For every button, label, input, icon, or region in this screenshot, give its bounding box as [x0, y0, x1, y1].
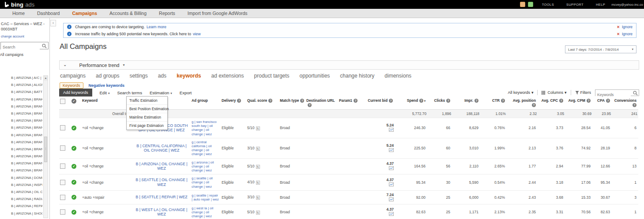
tab-item[interactable]: dimensions: [384, 73, 411, 79]
current-bid-value[interactable]: 4.37: [364, 161, 394, 166]
ad-group-link[interactable]: g | san francisco south bay | oil change…: [192, 120, 220, 136]
edit-menu-button[interactable]: Edit▾: [100, 90, 110, 95]
nav-item[interactable]: Dashboard: [37, 11, 60, 16]
help-icon[interactable]: ?: [446, 99, 450, 103]
search-icon[interactable]: [42, 44, 47, 48]
subtab-negative-keywords[interactable]: Negative keywords: [89, 83, 125, 88]
header-destination-url[interactable]: Destination URL?: [305, 97, 338, 110]
tab-item[interactable]: ad extensions: [211, 73, 244, 79]
date-range-selector[interactable]: Last 7 days: 7/2/2014 - 7/8/2014 ▾: [565, 45, 636, 53]
nav-item[interactable]: Import from Google AdWords: [188, 11, 248, 16]
sidebar-campaign-item[interactable]: B | ARIZONA | BRANDED |...: [0, 132, 42, 139]
sidebar-campaign-item[interactable]: B | ARIZONA | BATTERY | ...: [0, 89, 42, 96]
tab-item[interactable]: ad groups: [96, 73, 119, 79]
close-icon[interactable]: ✕: [617, 32, 620, 36]
sidebar-campaign-item[interactable]: B | ARIZONA | INSPECTIO...: [0, 182, 42, 189]
help-icon[interactable]: ?: [532, 103, 536, 107]
scroll-up-icon[interactable]: ▲: [44, 76, 48, 81]
tab-item[interactable]: campaigns: [60, 73, 86, 79]
campaign-link[interactable]: B | CENTRAL CALIFORNIA | OIL CHANGE | WE…: [133, 144, 190, 153]
help-icon[interactable]: ?: [501, 99, 505, 103]
support-link[interactable]: SUPPORT: [566, 3, 584, 7]
estimation-menu-item[interactable]: Best Position Estimation: [127, 105, 167, 113]
header-impressions[interactable]: Impr.?: [452, 97, 480, 110]
row-checkbox[interactable]: [60, 163, 65, 169]
sidebar-campaign-item[interactable]: B | ARIZONA | BRANDED ...: [0, 117, 42, 124]
sidebar-campaign-item[interactable]: B | ARIZONA | OIL CHANG...: [0, 189, 42, 196]
sidebar-campaign-item[interactable]: B | ARIZONA | TUNE UP | ...: [0, 217, 42, 219]
close-icon[interactable]: ✕: [617, 25, 620, 29]
extension-icon-orange[interactable]: [520, 2, 525, 7]
row-checkbox[interactable]: [60, 209, 65, 215]
header-cpa[interactable]: CPA?: [592, 97, 612, 110]
ad-group-link[interactable]: g | west la | oil change | oil change | …: [192, 206, 220, 219]
ad-group-link[interactable]: g | arizona | oil change | oil change | …: [192, 160, 220, 173]
subtab-keywords[interactable]: Keywords: [60, 82, 83, 89]
sidebar-campaign-item[interactable]: B | ARIZONA | DOMINATE ...: [0, 174, 42, 182]
ignore-link[interactable]: Ignore: [622, 32, 633, 36]
row-checkbox[interactable]: [60, 145, 65, 151]
bid-history-chart-icon[interactable]: [389, 212, 394, 216]
ad-group-link[interactable]: g | seattle | oil change | oil change | …: [192, 176, 220, 189]
collapse-chevron-icon[interactable]: ⌄: [63, 62, 67, 67]
campaign-link[interactable]: B | WEST LA | OIL CHANGE | WEZ: [133, 208, 190, 217]
row-checkbox[interactable]: [60, 180, 65, 185]
status-header-icon[interactable]: ✓: [72, 99, 76, 104]
banner-link[interactable]: Learn more: [147, 25, 166, 29]
current-bid-value[interactable]: 4.37: [364, 178, 394, 182]
current-bid-value[interactable]: 7.24: [364, 193, 394, 197]
qual-score-detail-icon[interactable]: ⇅: [256, 211, 260, 215]
help-icon[interactable]: ?: [606, 99, 610, 103]
sidebar-campaign-item[interactable]: B | ARIZONA | BRANDED ...: [0, 167, 42, 174]
help-icon[interactable]: ?: [308, 103, 312, 107]
qual-score-detail-icon[interactable]: ⇅: [256, 181, 260, 185]
user-email[interactable]: mcvey@yahoo-inc.co: [611, 3, 644, 7]
tab-item[interactable]: keywords: [177, 73, 201, 79]
header-param1[interactable]: Param1?: [338, 97, 363, 110]
header-spend[interactable]: Spend?▾: [395, 97, 427, 110]
header-avg-cpm[interactable]: Avg. CPM?: [565, 97, 592, 110]
header-conversions[interactable]: Conversions?: [612, 97, 638, 110]
all-keywords-filter[interactable]: All keywords▾: [508, 90, 533, 95]
tab-item[interactable]: ads: [158, 73, 166, 79]
header-ctr[interactable]: CTR?: [480, 97, 507, 110]
header-clicks[interactable]: Clicks?: [427, 97, 452, 110]
help-icon[interactable]: ?: [237, 99, 241, 103]
header-qual-score[interactable]: Qual. score?: [246, 97, 279, 110]
tab-item[interactable]: product targets: [254, 73, 290, 79]
row-checkbox[interactable]: [60, 125, 65, 130]
add-keywords-button[interactable]: Add keywords: [59, 89, 92, 97]
bid-history-chart-icon[interactable]: [389, 182, 394, 186]
current-bid-value[interactable]: 5.24: [364, 123, 394, 127]
tab-item[interactable]: change history: [340, 73, 374, 79]
help-link[interactable]: HELP: [596, 3, 605, 7]
qual-score-detail-icon[interactable]: ⇅: [256, 147, 260, 151]
qual-score-detail-icon[interactable]: ⇅: [256, 196, 260, 200]
current-bid-value[interactable]: 4.37: [364, 207, 394, 212]
sidebar-campaign-item[interactable]: B | ARIZONA | BRANDED ...: [0, 124, 42, 131]
header-current-bid[interactable]: Current bid?: [363, 97, 395, 110]
bingads-logo[interactable]: bing ads: [4, 1, 34, 8]
estimation-menu-item[interactable]: First page Estimation: [127, 122, 167, 130]
export-button[interactable]: Export: [180, 90, 192, 95]
extension-icon-green[interactable]: [528, 2, 533, 7]
header-ad-group[interactable]: Ad group: [191, 97, 221, 110]
estimation-menu-button[interactable]: Estimation▾: [150, 90, 172, 95]
bid-history-chart-icon[interactable]: [389, 128, 394, 132]
help-icon[interactable]: ?: [475, 99, 478, 103]
ad-group-link[interactable]: g | central california | oil change | oi…: [192, 140, 220, 156]
scrollbar-thumb[interactable]: [44, 137, 47, 162]
nav-item[interactable]: Accounts & Billing: [109, 11, 147, 16]
help-icon[interactable]: ?: [300, 99, 304, 103]
filters-button[interactable]: Filters: [575, 90, 591, 95]
campaign-list-scrollbar[interactable]: ▲: [43, 75, 48, 218]
help-icon[interactable]: ?: [587, 99, 591, 103]
sidebar-campaign-item[interactable]: B | ARIZONA | SHOCK AN...: [0, 210, 42, 217]
help-icon[interactable]: ?: [419, 99, 423, 103]
header-avg-position[interactable]: Avg. position?: [507, 97, 538, 110]
nav-item[interactable]: Campaigns: [72, 11, 97, 16]
sidebar-campaign-item[interactable]: B | ARIZONA | RADIATOR ...: [0, 196, 42, 203]
header-delivery[interactable]: Delivery?: [221, 97, 246, 110]
header-avg-cpc[interactable]: Avg. CPC?: [538, 97, 565, 110]
search-icon[interactable]: [633, 91, 638, 96]
